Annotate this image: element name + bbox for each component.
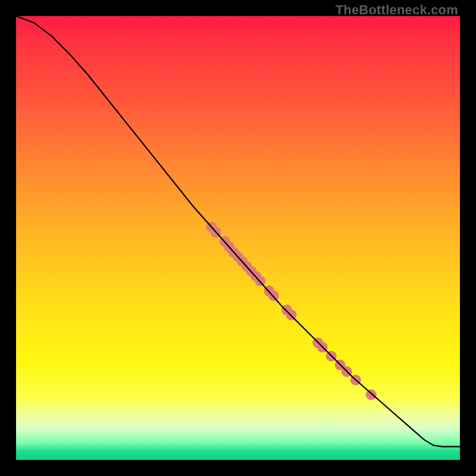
chart-overlay-svg	[16, 16, 460, 460]
curve-line	[16, 16, 460, 447]
watermark-text: TheBottleneck.com	[336, 2, 458, 18]
scatter-points-group	[206, 221, 377, 400]
